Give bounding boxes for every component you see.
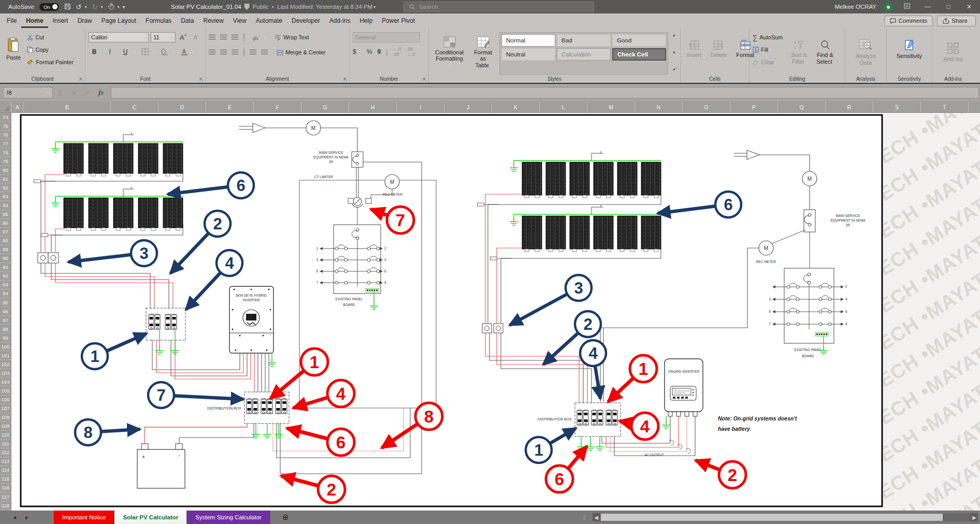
row-header[interactable]: 89 <box>0 245 11 254</box>
row-header[interactable]: 101 <box>0 351 11 360</box>
style-normal[interactable]: Normal <box>501 34 555 47</box>
formula-bar-handle[interactable]: ⋮ <box>57 89 63 96</box>
row-header[interactable]: 103 <box>0 369 11 377</box>
increase-font-icon[interactable]: Aˆ <box>178 32 189 42</box>
horizontal-scrollbar[interactable]: ◀ ▶ <box>593 513 978 521</box>
font-dialog-launcher[interactable]: ⇱ <box>199 77 203 82</box>
autosave-toggle[interactable]: On <box>39 3 59 11</box>
close-button[interactable]: ✕ <box>962 3 976 10</box>
column-header[interactable]: E <box>206 101 254 112</box>
row-header[interactable]: 105 <box>0 386 11 395</box>
align-left-icon[interactable] <box>209 50 215 55</box>
maximize-button[interactable]: □ <box>942 3 955 10</box>
row-header[interactable]: 83 <box>0 192 11 201</box>
redo-icon[interactable]: ↻ <box>92 4 97 10</box>
column-header[interactable]: K <box>492 101 540 112</box>
row-header[interactable]: 112 <box>0 448 11 457</box>
copy-button[interactable]: Copy▾ <box>27 45 74 55</box>
conditional-formatting-button[interactable]: ConditionalFormatting ▾ <box>432 30 467 75</box>
scrollbar-track[interactable] <box>600 513 971 521</box>
row-header[interactable]: 97 <box>0 316 11 325</box>
tab-view[interactable]: View <box>228 13 251 28</box>
style-check-cell[interactable]: Check Cell <box>612 48 666 61</box>
font-size-select[interactable]: 11▾ <box>151 32 175 42</box>
touch-mode-icon[interactable] <box>108 3 114 11</box>
row-header[interactable]: 107 <box>0 404 11 413</box>
redo-dropdown-icon[interactable]: ▾ <box>100 5 103 9</box>
ribbon-display-options-icon[interactable] <box>900 3 914 10</box>
column-header[interactable]: S <box>873 101 921 112</box>
row-header[interactable]: 79 <box>0 157 11 166</box>
tab-page-layout[interactable]: Page Layout <box>97 13 141 28</box>
find-select-button[interactable]: Find &Select ▾ <box>813 30 837 75</box>
row-header[interactable]: 87 <box>0 228 11 237</box>
name-box-dropdown-icon[interactable]: ▾ <box>47 91 49 95</box>
row-header[interactable]: 116 <box>0 484 11 492</box>
borders-icon[interactable] <box>139 47 151 57</box>
row-header[interactable]: 90 <box>0 254 11 263</box>
row-header[interactable]: 77 <box>0 139 11 148</box>
increase-decimal-icon[interactable]: ←.0.00 <box>393 47 401 57</box>
delete-cells-button[interactable]: Delete▾ <box>708 30 730 75</box>
enter-icon[interactable]: ✓ <box>81 89 94 96</box>
column-header[interactable]: T <box>921 101 969 112</box>
column-header[interactable]: P <box>730 101 778 112</box>
orientation-icon[interactable]: ab <box>250 32 261 42</box>
user-name[interactable]: Melkee OCRAY <box>835 4 876 10</box>
row-header[interactable]: 78 <box>0 148 11 157</box>
row-header[interactable]: 86 <box>0 219 11 228</box>
font-family-select[interactable]: Calibri▾ <box>89 32 149 42</box>
row-header[interactable]: 91 <box>0 263 11 272</box>
fill-color-dropdown-icon[interactable]: ▾ <box>172 50 175 54</box>
tab-help[interactable]: Help <box>355 13 377 28</box>
paste-dropdown-icon[interactable]: ▾ <box>11 63 13 67</box>
row-header[interactable]: 109 <box>0 422 11 431</box>
sort-filter-button[interactable]: AZ Sort &Filter ▾ <box>788 30 811 75</box>
row-header[interactable]: 118 <box>0 501 11 510</box>
font-color-dropdown-icon[interactable]: ▾ <box>192 50 194 54</box>
row-header[interactable]: 98 <box>0 325 11 333</box>
align-right-icon[interactable] <box>232 50 238 55</box>
row-header[interactable]: 82 <box>0 183 11 192</box>
undo-icon[interactable]: ↺ <box>76 4 82 10</box>
row-header[interactable]: 113 <box>0 457 11 466</box>
visibility-badge[interactable]: Public <box>253 4 269 10</box>
alignment-dialog-launcher[interactable]: ⇱ <box>343 77 347 82</box>
row-header[interactable]: 96 <box>0 307 11 316</box>
save-icon[interactable] <box>64 3 71 11</box>
column-header[interactable]: I <box>397 101 444 112</box>
sheet-tab-solar-pv-calculator[interactable]: Solar PV Calculator <box>114 511 187 524</box>
copy-dropdown-icon[interactable]: ▾ <box>49 48 51 52</box>
format-painter-button[interactable]: Format Painter <box>27 57 74 67</box>
tab-draw[interactable]: Draw <box>73 13 97 28</box>
undo-dropdown-icon[interactable]: ▾ <box>84 5 87 9</box>
title-dropdown-icon[interactable]: ▾ <box>373 5 376 9</box>
clear-button[interactable]: Clear▾ <box>753 57 785 67</box>
style-good[interactable]: Good <box>612 34 666 47</box>
column-header[interactable]: O <box>683 101 730 112</box>
row-header[interactable]: 92 <box>0 272 11 281</box>
comma-format-icon[interactable]: 9 <box>377 48 381 55</box>
search-input[interactable]: Search <box>403 2 594 12</box>
tab-automate[interactable]: Automate <box>251 13 287 28</box>
column-header[interactable]: L <box>540 101 587 112</box>
merge-dropdown-icon[interactable]: ▾ <box>326 50 328 55</box>
column-header[interactable]: N <box>635 101 683 112</box>
align-top-icon[interactable] <box>209 35 215 40</box>
underline-button[interactable]: U <box>120 47 131 57</box>
comments-button[interactable]: Comments <box>884 16 933 26</box>
row-header[interactable]: 85 <box>0 210 11 219</box>
analyze-data-button[interactable]: AnalyzeData <box>853 30 879 75</box>
row-header[interactable]: 100 <box>0 342 11 351</box>
gallery-up-icon[interactable]: ▲ <box>672 33 676 37</box>
style-neutral[interactable]: Neutral <box>501 48 555 61</box>
percent-format-icon[interactable]: % <box>367 48 372 55</box>
fill-color-icon[interactable] <box>159 47 170 57</box>
customize-qat-icon[interactable]: ▾ <box>122 4 125 10</box>
increase-indent-icon[interactable] <box>261 50 268 55</box>
insert-function-icon[interactable]: fx <box>94 89 108 97</box>
row-header[interactable]: 110 <box>0 431 11 440</box>
paste-button[interactable]: Paste▾ <box>3 30 24 75</box>
format-as-table-button[interactable]: Format asTable ▾ <box>470 30 496 75</box>
row-header[interactable]: 108 <box>0 413 11 422</box>
